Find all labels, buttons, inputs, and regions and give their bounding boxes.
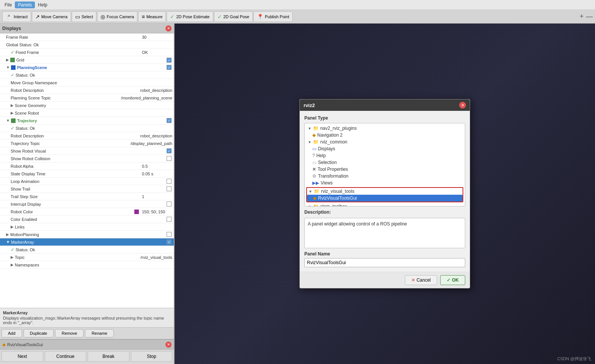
- panel-type-tree[interactable]: ▼ 📁 nav2_rviz_plugins ◆ Navigation 2 ▼: [304, 123, 465, 206]
- tree-arrow-icon: ▼: [6, 118, 10, 123]
- trajectory-checkbox[interactable]: [167, 118, 172, 123]
- add-panel-icon[interactable]: +: [579, 13, 584, 20]
- interact-icon: 🖱️: [6, 14, 12, 20]
- motion-planning-checkbox[interactable]: [167, 232, 172, 237]
- menu-file[interactable]: File: [2, 2, 15, 8]
- grid-checkbox[interactable]: [167, 58, 172, 63]
- planning-color-swatch: [11, 65, 16, 70]
- list-item: ▶ Topic /rviz_visual_tools: [0, 254, 174, 261]
- list-item[interactable]: ▼ MarkerArray: [0, 238, 174, 246]
- tree-arrow-icon: ▶: [11, 255, 14, 259]
- interact-button[interactable]: 🖱️ Interact: [2, 11, 31, 22]
- nav-icon: ◆: [312, 132, 316, 138]
- tree-item-displays[interactable]: ▭ Displays: [306, 145, 463, 152]
- menu-help[interactable]: Help: [35, 2, 50, 8]
- continue-button[interactable]: Continue: [45, 351, 87, 362]
- add-button[interactable]: Add: [2, 329, 22, 337]
- next-button[interactable]: Next: [2, 351, 43, 362]
- show-robot-visual-checkbox[interactable]: [167, 148, 172, 153]
- break-button[interactable]: Break: [88, 351, 129, 362]
- focus-camera-button[interactable]: ◎ Focus Camera: [97, 11, 137, 22]
- list-item[interactable]: ▼ PlanningScene: [0, 64, 174, 71]
- show-trail-checkbox[interactable]: [167, 186, 172, 191]
- menu-panels[interactable]: Panels: [15, 2, 35, 8]
- check-icon: ✓: [11, 72, 14, 78]
- list-item[interactable]: ▼ Trajectory: [0, 117, 174, 124]
- display-icon: ▭: [312, 146, 316, 151]
- modal-titlebar: rviz2 ✕: [300, 99, 470, 111]
- description-section: Description: A panel widget allowing con…: [304, 210, 465, 248]
- tree-arrow-icon: ▶: [11, 225, 14, 229]
- tree-node-label: nav2_rviz_plugins: [320, 126, 357, 131]
- loop-animation-checkbox[interactable]: [167, 179, 172, 184]
- list-item: State Display Time 0.05 s: [0, 170, 174, 178]
- select-label: Select: [82, 14, 93, 19]
- color-enabled-checkbox[interactable]: [167, 217, 172, 222]
- displays-close-button[interactable]: ✕: [165, 25, 172, 32]
- rviz-panel-close-button[interactable]: ✕: [165, 342, 172, 348]
- tree-node-label: RvizVisualToolsGui: [318, 195, 357, 201]
- tree-item-rviz-common[interactable]: ▼ 📁 rviz_common: [306, 139, 463, 145]
- chevron-down-icon: ▼: [308, 140, 312, 144]
- traj-color-swatch: [11, 118, 16, 123]
- measure-button[interactable]: ≡ Measure: [138, 11, 166, 22]
- rviz-panel-title-text: RvizVisualToolsGui: [7, 342, 43, 347]
- description-panel: A panel widget allowing control of a ROS…: [304, 218, 465, 248]
- planning-scene-checkbox[interactable]: [167, 65, 172, 70]
- measure-icon: ≡: [142, 14, 145, 20]
- menubar: File Panels Help: [0, 0, 595, 10]
- ok-button[interactable]: ✓ OK: [440, 275, 465, 285]
- tree-item-views[interactable]: ▶▶ Views: [306, 180, 463, 186]
- goal-pose-button[interactable]: ✓ 2D Goal Pose: [214, 11, 253, 22]
- tree-node-label: Views: [321, 180, 333, 186]
- tree-item-transformation[interactable]: ⚙ Transformation: [306, 173, 463, 180]
- list-item: Color Enabled: [0, 216, 174, 223]
- move-camera-button[interactable]: ↗ Move Camera: [32, 11, 71, 22]
- goal-icon: ✓: [217, 14, 222, 20]
- folder-icon: 📁: [313, 139, 319, 145]
- show-robot-collision-checkbox[interactable]: [167, 156, 172, 161]
- tree-arrow-icon: ▼: [6, 65, 10, 69]
- tree-node-label: rviz_common: [320, 139, 347, 145]
- modal-footer: ✕ Cancel ✓ OK: [300, 272, 470, 288]
- list-item: ▶ Scene Geometry: [0, 102, 174, 109]
- publish-point-button[interactable]: 📍 Publish Point: [253, 11, 293, 22]
- diamond-icon: ◆: [2, 342, 6, 347]
- displays-header: Displays ✕: [0, 24, 174, 33]
- modal-close-button[interactable]: ✕: [459, 102, 466, 109]
- list-item: ▶ Scene Robot: [0, 109, 174, 117]
- tree-item-selection[interactable]: ▭ Selection: [306, 159, 463, 166]
- duplicate-button[interactable]: Duplicate: [24, 329, 54, 337]
- rename-button[interactable]: Rename: [85, 329, 114, 337]
- list-item: Show Trail: [0, 185, 174, 193]
- focus-camera-label: Focus Camera: [107, 14, 134, 19]
- cancel-button[interactable]: ✕ Cancel: [405, 275, 437, 285]
- folder-icon: 📁: [314, 189, 320, 194]
- list-item: Planning Scene Topic /monitored_planning…: [0, 94, 174, 102]
- tree-node-label: Navigation 2: [317, 132, 343, 138]
- tree-item-tool-props[interactable]: ✖ Tool Properties: [306, 166, 463, 173]
- interrupt-display-checkbox[interactable]: [167, 202, 172, 206]
- tree-item-rviz-visual-tools-gui[interactable]: ◆ RvizVisualToolsGui: [307, 195, 463, 202]
- select-icon: ▭: [75, 14, 80, 20]
- stop-button[interactable]: Stop: [131, 351, 173, 362]
- panel-name-input[interactable]: [304, 258, 465, 267]
- selection-icon: ▭: [312, 160, 316, 165]
- point-icon: 📍: [257, 14, 263, 20]
- tree-item-nav2-plugin[interactable]: ◆ Navigation 2: [306, 132, 463, 139]
- tree-item-rviz-visual-tools[interactable]: ▼ 📁 rviz_visual_tools: [307, 188, 463, 195]
- marker-array-checkbox[interactable]: [167, 240, 172, 244]
- list-item: Robot Description robot_description: [0, 132, 174, 140]
- views-icon: ▶▶: [312, 180, 319, 186]
- displays-list: Frame Rate 30 Global Status: Ok ✓ Fixed …: [0, 33, 174, 308]
- remove-button[interactable]: Remove: [55, 329, 83, 337]
- select-button[interactable]: ▭ Select: [72, 11, 97, 22]
- tree-item-slam-toolbox[interactable]: ▼ 📁 slam_toolbox: [306, 203, 463, 206]
- list-item: Loop Animation: [0, 178, 174, 185]
- robot-color-swatch: [134, 210, 139, 214]
- tree-arrow-icon: ▶: [11, 103, 14, 107]
- pose-estimate-button[interactable]: ✓ 2D Pose Estimate: [167, 11, 213, 22]
- tree-item-help[interactable]: ? Help: [306, 152, 463, 159]
- pose-icon: ✓: [170, 14, 175, 20]
- tree-item-nav2[interactable]: ▼ 📁 nav2_rviz_plugins: [306, 125, 463, 132]
